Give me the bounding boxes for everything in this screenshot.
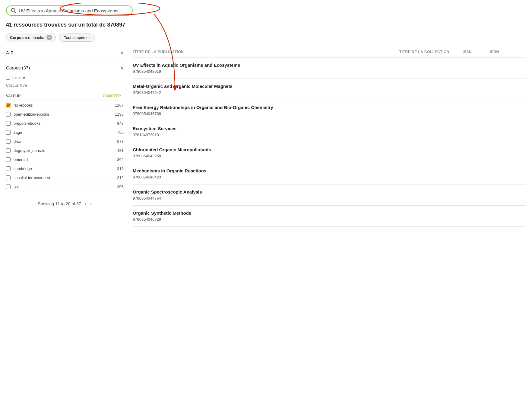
results-list: UV Effects in Aquatic Organisms and Ecos… [133, 58, 526, 227]
result-title[interactable]: Organic Synthetic Methods [133, 210, 526, 216]
pagination-text: Showing 11 to 20 of 37 [38, 201, 81, 206]
remove-corpus-filter-button[interactable]: ✕ [46, 35, 52, 40]
svg-point-0 [11, 8, 15, 12]
next-page-button[interactable]: › [90, 200, 92, 207]
facet-checkbox-sage[interactable] [6, 130, 11, 135]
corpus-facet-label: Corpus (37) [6, 65, 30, 70]
corpus-filter-input[interactable] [6, 82, 124, 89]
facet-name-label: casalini-torrossa-eeo [14, 175, 117, 180]
result-item: Metal-Organic and Organic Molecular Magn… [133, 79, 526, 100]
facet-checkbox-cambridge[interactable] [6, 166, 11, 171]
facet-checkbox-gsl[interactable] [6, 184, 11, 189]
result-item: Mechanisms in Organic Reactions978085404… [133, 163, 526, 184]
result-isbn: 9780854043019 [133, 69, 526, 74]
facet-checkbox-degruyter-journals[interactable] [6, 148, 11, 153]
facet-item: droz578 [6, 137, 124, 146]
col-issn: ISSN [463, 50, 487, 54]
az-facet-label: A-Z [6, 50, 13, 55]
facet-item: gsl305 [6, 182, 124, 191]
col-isbn: ISBN [490, 50, 526, 54]
facet-name-label: emerald [14, 157, 117, 162]
exclude-label: exclure [12, 75, 25, 80]
facet-count-label: 1267 [115, 103, 124, 107]
result-title[interactable]: Chlorinated Organic Micropollutants [133, 147, 526, 152]
facet-item: degruyter-journals481 [6, 146, 124, 155]
facet-item: sage755 [6, 128, 124, 137]
sidebar: A-Z ∨ Corpus (37) ∧ exclure VALEUR COMPT… [6, 47, 133, 227]
facet-count-label: 362 [117, 157, 124, 162]
result-isbn: 9780854046768 [133, 111, 526, 116]
facet-name-label: cambridge [14, 166, 117, 171]
corpus-tag-value: rsc-ebooks [25, 35, 44, 40]
facet-item: rsc-ebooks1267 [6, 101, 124, 110]
prev-page-button[interactable]: ‹ [85, 200, 87, 207]
corpus-tag-label: Corpus [10, 35, 24, 40]
result-isbn: 9780854046829 [133, 217, 526, 222]
facet-name-label: brepols-ebooks [14, 121, 117, 126]
facet-name-label: rsc-ebooks [14, 103, 115, 107]
result-item: Free Energy Relationships in Organic and… [133, 100, 526, 121]
result-isbn: 9780854042258 [133, 154, 526, 158]
facet-checkbox-droz[interactable] [6, 139, 11, 144]
facet-list: rsc-ebooks1267open-edition-ebooks1195bre… [6, 101, 124, 191]
search-container [0, 0, 532, 19]
pagination: Showing 11 to 20 of 37 ‹ › [6, 194, 124, 210]
exclude-checkbox[interactable] [6, 76, 10, 80]
facet-table-header: VALEUR COMPTER ↓ [6, 91, 124, 101]
facet-count-label: 305 [117, 184, 124, 189]
exclude-row: exclure [6, 74, 124, 82]
results-summary: 41 ressources trouvées sur un total de 3… [0, 19, 532, 33]
az-facet-header[interactable]: A-Z ∨ [6, 47, 124, 59]
corpus-chevron-up-icon: ∧ [120, 65, 124, 71]
facet-item: casalini-torrossa-eeo312 [6, 173, 124, 182]
corpus-facet-header[interactable]: Corpus (37) ∧ [6, 62, 124, 74]
facet-name-label: droz [14, 139, 117, 144]
result-item: Ecosystem Services9781849730181 [133, 121, 526, 142]
filter-tags-bar: Corpus rsc-ebooks ✕ Tout supprimer [0, 33, 532, 47]
facet-checkbox-casalini-torrossa-eeo[interactable] [6, 175, 11, 180]
result-title[interactable]: Ecosystem Services [133, 126, 526, 131]
result-isbn: 9781849730181 [133, 133, 526, 137]
facet-count-label: 755 [117, 130, 124, 135]
facet-count-label: 313 [117, 166, 124, 171]
facet-item: brepols-ebooks848 [6, 119, 124, 128]
facet-item: cambridge313 [6, 164, 124, 173]
clear-all-filters-button[interactable]: Tout supprimer [59, 34, 95, 42]
search-input[interactable] [19, 8, 127, 13]
facet-item: open-edition-ebooks1195 [6, 110, 124, 119]
result-title[interactable]: Mechanisms in Organic Reactions [133, 168, 526, 173]
facet-checkbox-rsc-ebooks[interactable] [6, 103, 11, 107]
az-facet-section: A-Z ∨ [6, 47, 124, 59]
facet-name-label: gsl [14, 184, 117, 189]
result-title[interactable]: Free Energy Relationships in Organic and… [133, 105, 526, 110]
main-layout: A-Z ∨ Corpus (37) ∧ exclure VALEUR COMPT… [0, 47, 532, 227]
facet-count-label: 312 [117, 175, 124, 180]
facet-count-label: 578 [117, 139, 124, 144]
results-col-headers: TITRE DE LA PUBLICATION TITRE DE LA COLL… [133, 47, 526, 58]
result-title[interactable]: Organic Spectroscopic Analysis [133, 189, 526, 194]
result-isbn: 9780854046423 [133, 175, 526, 179]
col-collection-title: TITRE DE LA COLLECTION [399, 50, 460, 54]
result-item: Chlorinated Organic Micropollutants97808… [133, 142, 526, 163]
facet-name-label: sage [14, 130, 117, 135]
facet-count-label: 1195 [115, 112, 124, 117]
result-title[interactable]: Metal-Organic and Organic Molecular Magn… [133, 84, 526, 89]
facet-item: emerald362 [6, 155, 124, 164]
facet-name-label: degruyter-journals [14, 148, 117, 153]
facet-checkbox-emerald[interactable] [6, 157, 11, 162]
result-title[interactable]: UV Effects in Aquatic Organisms and Ecos… [133, 63, 526, 68]
corpus-filter-tag: Corpus rsc-ebooks ✕ [6, 33, 56, 42]
col-count-header: COMPTER ↓ [103, 94, 124, 98]
result-item: Organic Synthetic Methods9780854046829 [133, 206, 526, 227]
result-isbn: 9780854047642 [133, 90, 526, 95]
col-pub-title: TITRE DE LA PUBLICATION [133, 50, 396, 54]
facet-checkbox-open-edition-ebooks[interactable] [6, 112, 11, 117]
facet-checkbox-brepols-ebooks[interactable] [6, 121, 11, 126]
facet-count-label: 848 [117, 121, 124, 126]
svg-line-1 [14, 11, 16, 13]
results-panel: TITRE DE LA PUBLICATION TITRE DE LA COLL… [133, 47, 526, 227]
search-icon [11, 8, 16, 13]
result-isbn: 9780854044764 [133, 196, 526, 200]
az-chevron-down-icon: ∨ [120, 50, 124, 56]
corpus-facet-section: Corpus (37) ∧ exclure VALEUR COMPTER ↓ r… [6, 62, 124, 191]
